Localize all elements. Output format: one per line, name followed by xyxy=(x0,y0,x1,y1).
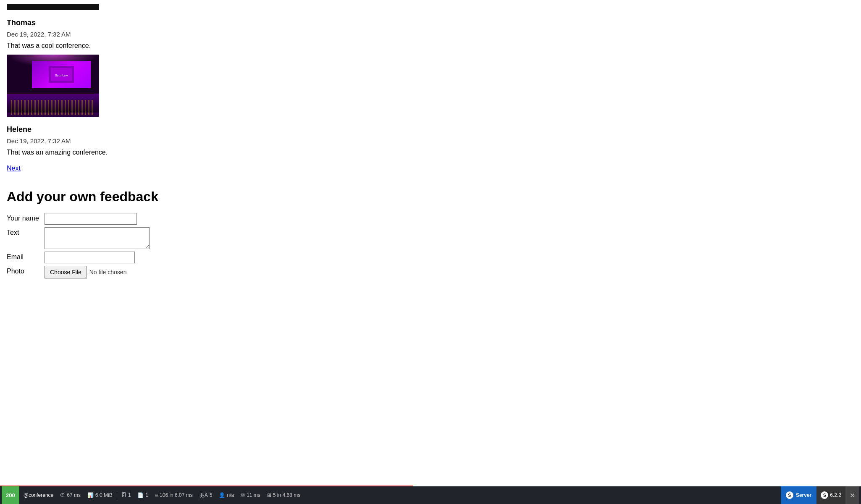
status-code-badge[interactable]: 200 xyxy=(2,486,19,504)
feedback-section: Add your own feedback Your name Text Ema… xyxy=(7,189,371,278)
memory-value: 6.0 MiB xyxy=(95,492,113,498)
photo-label: Photo xyxy=(7,266,45,275)
svg-text:Symfony: Symfony xyxy=(55,74,68,77)
text-label: Text xyxy=(7,227,45,236)
layers-icon: ≡ xyxy=(155,492,158,498)
layers-item[interactable]: ≡ 106 in 6.07 ms xyxy=(152,486,196,504)
translate-item[interactable]: あA 5 xyxy=(196,486,216,504)
database-icon: 🗄 xyxy=(121,492,126,498)
file-upload-area: Choose File No file chosen xyxy=(45,266,126,278)
route-label: @conference xyxy=(24,492,54,498)
conference-image-thomas: Symfony xyxy=(7,55,99,117)
response-time-item[interactable]: ⏱ 67 ms xyxy=(57,486,84,504)
divider-1 xyxy=(117,491,117,499)
name-label: Your name xyxy=(7,213,45,222)
stack-info: 5 in 4.68 ms xyxy=(273,492,300,498)
no-file-text: No file chosen xyxy=(89,269,127,276)
comment-date-helene: Dec 19, 2022, 7:32 AM xyxy=(7,137,371,144)
comment-author-helene: Helene xyxy=(7,125,371,134)
next-link[interactable]: Next xyxy=(7,165,21,172)
symfony-logo-server: S xyxy=(786,491,793,499)
screen-content: Symfony xyxy=(49,66,74,84)
symfony-version-item[interactable]: S 6.2.2 xyxy=(816,486,845,504)
db-item[interactable]: 🗄 1 xyxy=(118,486,134,504)
db-count: 1 xyxy=(128,492,131,498)
email-label: Email xyxy=(7,252,45,261)
choose-file-button[interactable]: Choose File xyxy=(45,266,87,278)
symfony-logo-version: S xyxy=(821,491,828,499)
server-label: Server xyxy=(796,492,811,498)
feedback-title: Add your own feedback xyxy=(7,189,371,205)
email-input[interactable] xyxy=(45,252,135,263)
comment-thomas: Thomas Dec 19, 2022, 7:32 AM That was a … xyxy=(7,18,371,117)
response-time-value: 67 ms xyxy=(67,492,81,498)
text-row: Text xyxy=(7,227,371,249)
symfony-version: 6.2.2 xyxy=(830,492,841,498)
translate-icon: あA xyxy=(200,492,208,499)
name-input[interactable] xyxy=(45,213,137,225)
comment-text-helene: That was an amazing conference. xyxy=(7,149,371,156)
route-item[interactable]: @conference xyxy=(20,486,57,504)
user-item[interactable]: 👤 n/a xyxy=(215,486,237,504)
main-content: Thomas Dec 19, 2022, 7:32 AM That was a … xyxy=(0,0,378,365)
stack-icon: ⊞ xyxy=(267,492,271,498)
memory-item[interactable]: 📊 6.0 MiB xyxy=(84,486,116,504)
text-textarea[interactable] xyxy=(45,227,150,249)
comment-text-thomas: That was a cool conference. xyxy=(7,42,371,50)
top-partial-image xyxy=(7,4,99,10)
layers-info: 106 in 6.07 ms xyxy=(160,492,193,498)
server-button[interactable]: S Server xyxy=(781,486,816,504)
mail-item[interactable]: ✉ 11 ms xyxy=(237,486,264,504)
user-icon: 👤 xyxy=(219,492,225,498)
file-icon: 📄 xyxy=(137,492,144,498)
stack-item[interactable]: ⊞ 5 in 4.68 ms xyxy=(264,486,304,504)
file-count: 1 xyxy=(145,492,148,498)
toolbar-close-button[interactable]: ✕ xyxy=(845,486,859,504)
comment-author-thomas: Thomas xyxy=(7,18,371,27)
memory-icon: 📊 xyxy=(87,492,94,498)
file-item[interactable]: 📄 1 xyxy=(134,486,152,504)
mail-icon: ✉ xyxy=(241,492,245,498)
comment-helene: Helene Dec 19, 2022, 7:32 AM That was an… xyxy=(7,125,371,156)
bottom-toolbar: 200 @conference ⏱ 67 ms 📊 6.0 MiB 🗄 1 📄 … xyxy=(0,486,861,504)
comment-date-thomas: Dec 19, 2022, 7:32 AM xyxy=(7,31,371,38)
photo-row: Photo Choose File No file chosen xyxy=(7,266,371,278)
clock-icon: ⏱ xyxy=(60,492,65,498)
name-row: Your name xyxy=(7,213,371,225)
translate-count: 5 xyxy=(210,492,213,498)
mail-info: 11 ms xyxy=(247,492,260,498)
user-info: n/a xyxy=(227,492,234,498)
email-row: Email xyxy=(7,252,371,263)
